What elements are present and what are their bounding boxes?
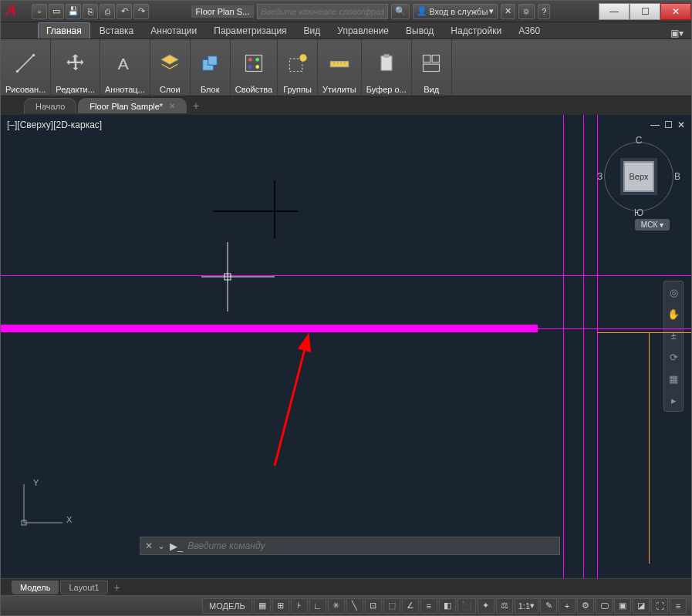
status-otrack-icon[interactable]: ∠ bbox=[402, 598, 419, 614]
panel-view[interactable]: Вид bbox=[412, 39, 452, 96]
status-add-icon[interactable]: + bbox=[559, 598, 576, 614]
panel-annotation[interactable]: A Аннотац... bbox=[100, 39, 150, 96]
status-gizmo-icon[interactable]: ✦ bbox=[478, 598, 495, 614]
nav-wheel-icon[interactable]: ◎ bbox=[666, 284, 681, 300]
compass-west[interactable]: З bbox=[597, 171, 603, 182]
nav-pan-icon[interactable]: ✋ bbox=[666, 306, 681, 321]
tab-manage[interactable]: Управление bbox=[329, 23, 397, 39]
help-icon[interactable]: ? bbox=[538, 4, 550, 19]
viewport-label[interactable]: [–][Сверху][2D-каркас] bbox=[7, 119, 102, 130]
status-customize-icon[interactable]: ≡ bbox=[670, 598, 687, 614]
app-logo[interactable]: A bbox=[5, 2, 29, 21]
status-annoscale-icon[interactable]: ⚖ bbox=[496, 598, 513, 614]
new-button[interactable]: ▫ bbox=[32, 4, 47, 19]
a360-icon[interactable]: ⛭ bbox=[518, 4, 535, 19]
compass-east[interactable]: В bbox=[674, 171, 680, 182]
svg-text:A: A bbox=[117, 55, 128, 72]
command-line[interactable]: ✕ ⌄ ▶_ bbox=[140, 537, 560, 555]
viewport-minimize-icon[interactable]: — bbox=[650, 119, 660, 130]
close-tab-icon[interactable]: ✕ bbox=[169, 102, 175, 110]
panel-block[interactable]: Блок bbox=[191, 39, 231, 96]
layout-model[interactable]: Модель bbox=[12, 581, 59, 594]
file-tab-start[interactable]: Начало bbox=[24, 98, 76, 113]
panel-utilities[interactable]: Утилиты bbox=[318, 39, 362, 96]
tab-parametric[interactable]: Параметризация bbox=[206, 23, 294, 39]
redo-button[interactable]: ↷ bbox=[133, 4, 149, 19]
tab-output[interactable]: Вывод bbox=[398, 23, 441, 39]
status-annotation-icon[interactable]: ✎ bbox=[540, 598, 557, 614]
svg-rect-19 bbox=[383, 54, 389, 58]
tab-view[interactable]: Вид bbox=[296, 23, 329, 39]
status-transparency-icon[interactable]: ◧ bbox=[439, 598, 456, 614]
undo-button[interactable]: ↶ bbox=[116, 4, 132, 19]
magenta-vline-2 bbox=[583, 115, 584, 578]
saveas-button[interactable]: ⎘ bbox=[83, 4, 98, 19]
viewcube[interactable]: С Ю В З Верх bbox=[600, 138, 677, 215]
ribbon-toggle-icon[interactable]: ▣▾ bbox=[670, 28, 684, 39]
panel-modify[interactable]: Редакти... bbox=[51, 39, 100, 96]
tab-addins[interactable]: Надстройки bbox=[443, 23, 509, 39]
open-button[interactable]: ▭ bbox=[49, 4, 64, 19]
viewcube-ring[interactable] bbox=[604, 142, 673, 211]
status-scale[interactable]: 1:1 ▾ bbox=[515, 598, 538, 614]
print-button[interactable]: ⎙ bbox=[100, 4, 115, 19]
login-button[interactable]: 👤 Вход в службы ▾ bbox=[413, 4, 498, 19]
cmdline-options-icon[interactable]: ⌄ bbox=[157, 540, 165, 551]
status-monitor-icon[interactable]: 🖵 bbox=[596, 598, 613, 614]
search-input[interactable] bbox=[258, 7, 387, 16]
minimize-button[interactable]: — bbox=[599, 3, 630, 20]
viewport-maximize-icon[interactable]: ☐ bbox=[664, 119, 673, 130]
panel-groups[interactable]: Группы bbox=[278, 39, 318, 96]
compass-south[interactable]: Ю bbox=[634, 207, 643, 218]
tab-annotations[interactable]: Аннотации bbox=[143, 23, 204, 39]
binoculars-icon[interactable]: 🔍 bbox=[391, 4, 410, 19]
status-selection-icon[interactable]: ⬛ bbox=[457, 598, 476, 614]
thick-magenta-line[interactable] bbox=[1, 325, 538, 332]
panel-layers[interactable]: Слои bbox=[150, 39, 191, 96]
cursor-crosshair bbox=[201, 238, 202, 239]
nav-expand-icon[interactable]: ▸ bbox=[666, 392, 681, 408]
ucs-badge[interactable]: МСК ▾ bbox=[635, 219, 670, 231]
status-clean-icon[interactable]: ⛶ bbox=[651, 598, 668, 614]
tab-insert[interactable]: Вставка bbox=[92, 23, 142, 39]
nav-zoom-icon[interactable]: ± bbox=[666, 328, 681, 343]
cmdline-close-icon[interactable]: ✕ bbox=[145, 540, 153, 551]
panel-clipboard[interactable]: Буфер о... bbox=[362, 39, 412, 96]
layout-layout1[interactable]: Layout1 bbox=[60, 581, 107, 594]
search-box[interactable] bbox=[257, 4, 388, 19]
exchange-icon[interactable]: ✕ bbox=[501, 4, 515, 19]
user-icon: 👤 bbox=[417, 6, 427, 16]
status-model[interactable]: МОДЕЛЬ bbox=[202, 598, 252, 614]
status-grid-icon[interactable]: ▦ bbox=[254, 598, 271, 614]
file-tab-current[interactable]: Floor Plan Sample* ✕ bbox=[78, 98, 187, 113]
move-icon bbox=[65, 41, 86, 85]
nav-showmotion-icon[interactable]: ▦ bbox=[666, 371, 681, 386]
nav-orbit-icon[interactable]: ⟳ bbox=[666, 349, 681, 365]
add-layout-button[interactable]: + bbox=[110, 580, 125, 595]
status-polar-icon[interactable]: ✳ bbox=[328, 598, 345, 614]
status-infer-icon[interactable]: ⊦ bbox=[291, 598, 308, 614]
status-osnap-icon[interactable]: ⊡ bbox=[365, 598, 382, 614]
compass-north[interactable]: С bbox=[636, 135, 643, 146]
status-3dosnap-icon[interactable]: ⬚ bbox=[383, 598, 400, 614]
status-isodraft-icon[interactable]: ╲ bbox=[346, 598, 363, 614]
viewport-close-icon[interactable]: ✕ bbox=[677, 119, 685, 130]
add-tab-button[interactable]: + bbox=[188, 98, 204, 113]
close-button[interactable]: ✕ bbox=[660, 3, 691, 20]
status-lineweight-icon[interactable]: ≡ bbox=[420, 598, 437, 614]
status-ortho-icon[interactable]: ∟ bbox=[309, 598, 326, 614]
status-snap-icon[interactable]: ⊞ bbox=[272, 598, 289, 614]
ucs-icon[interactable]: Y X bbox=[16, 476, 70, 532]
maximize-button[interactable]: ☐ bbox=[630, 3, 660, 20]
command-input[interactable] bbox=[187, 540, 555, 551]
svg-point-7 bbox=[248, 58, 252, 62]
tab-home[interactable]: Главная bbox=[38, 22, 90, 39]
panel-draw[interactable]: Рисован... bbox=[1, 39, 51, 96]
save-button[interactable]: 💾 bbox=[66, 4, 81, 19]
status-hwaccel-icon[interactable]: ▣ bbox=[614, 598, 631, 614]
status-isolate-icon[interactable]: ◪ bbox=[633, 598, 650, 614]
status-workspace-icon[interactable]: ⚙ bbox=[577, 598, 594, 614]
tab-a360[interactable]: A360 bbox=[511, 23, 548, 39]
drawing-canvas[interactable]: [–][Сверху][2D-каркас] — ☐ ✕ С Ю В З Вер… bbox=[1, 115, 691, 578]
panel-properties[interactable]: Свойства bbox=[231, 39, 278, 96]
